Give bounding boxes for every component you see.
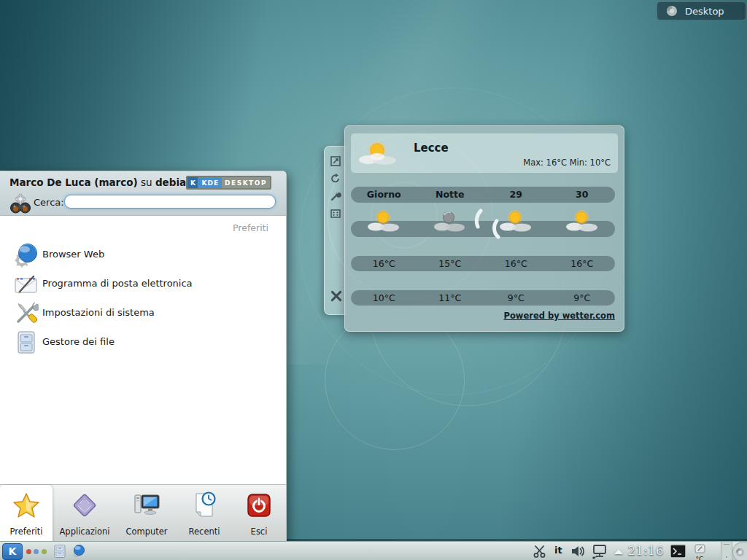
kickoff-tab-bar: Preferiti Applicazioni Computer (0, 484, 286, 542)
favorites-section-label: Preferiti (233, 222, 268, 233)
night-temp: 9°C (483, 290, 549, 306)
sun-cloud-icon (499, 209, 533, 234)
night-temp: 10°C (351, 290, 417, 306)
keyboard-layout-indicator[interactable]: it (554, 545, 562, 556)
search-row: Cerca: (0, 192, 286, 215)
weather-city: Lecce (414, 141, 449, 155)
tab-esci[interactable]: Esci (232, 485, 286, 542)
recent-documents-icon (190, 491, 218, 519)
panel-cashew[interactable] (732, 542, 747, 560)
favorite-item-system-settings[interactable]: Impostazioni di sistema (0, 299, 286, 328)
quicklaunch-dot-green[interactable] (42, 549, 47, 554)
tab-label: Recenti (177, 526, 232, 537)
file-cabinet-icon (14, 330, 39, 355)
plasma-cashew-icon (735, 548, 745, 557)
rotate-icon[interactable] (330, 173, 341, 184)
web-browser-icon[interactable] (71, 544, 86, 559)
tab-label: Esci (232, 526, 286, 537)
power-logout-icon (245, 491, 273, 519)
quicklaunch-dot-red[interactable] (26, 549, 31, 554)
user-name: Marco De Luca (marco) (9, 176, 138, 188)
night-temp: 11°C (417, 290, 484, 306)
favorite-item-browser[interactable]: Browser Web (0, 241, 286, 270)
system-settings-tools-icon (14, 301, 39, 326)
weather-column-header: Giorno (351, 187, 417, 203)
favorite-label: Impostazioni di sistema (42, 307, 155, 318)
desktop-toolbox[interactable]: Desktop (657, 1, 746, 20)
systray-expander-arrow[interactable] (614, 549, 623, 554)
kde-desktop-badge: K KDE DESKTOP (186, 176, 271, 190)
kickoff-menu: Marco De Luca (marco) su debian K KDE DE… (0, 171, 287, 542)
day-temp: 16°C (549, 256, 616, 271)
desktop-toolbox-label: Desktop (685, 6, 724, 17)
plasma-cashew-icon (666, 5, 678, 17)
tab-computer[interactable]: Computer (117, 485, 177, 542)
favorite-item-email[interactable]: Programma di posta elettronica (0, 270, 286, 299)
weather-header-band: Lecce Max: 16°C Min: 10°C (351, 133, 618, 173)
search-input[interactable] (64, 195, 276, 209)
day-temp: 16°C (483, 256, 549, 271)
kickoff-favorites-panel: Preferiti Browser Web Programma di po (0, 216, 286, 484)
day-temp: 15°C (417, 256, 484, 271)
sun-cloud-icon (367, 209, 400, 234)
sun-cloud-icon (565, 209, 599, 234)
tab-label: Preferiti (0, 526, 53, 537)
panel-spacer-widget[interactable] (721, 542, 732, 560)
desktop-badge-text: DESKTOP (222, 177, 270, 188)
klipper-scissors-icon[interactable] (533, 545, 546, 558)
kickoff-header: Marco De Luca (marco) su debian K KDE DE… (0, 171, 286, 216)
weather-widget: Lecce Max: 16°C Min: 10°C Giorno Notte 2… (344, 125, 624, 332)
kde-logo-icon: K (187, 177, 198, 188)
terminal-icon[interactable] (670, 544, 686, 559)
temperature-icon (694, 544, 705, 553)
email-icon (14, 272, 39, 297)
kde-menu-button[interactable]: K (2, 543, 23, 560)
weather-columns-row: Giorno Notte 29 30 (351, 187, 615, 203)
weather-tray-icon[interactable]: °C (692, 542, 707, 560)
tab-label: Applicazioni (53, 526, 117, 537)
weather-credit-link[interactable]: Powered by wetter.com (503, 311, 615, 321)
weather-night-temps-row: 10°C 11°C 9°C 9°C (351, 290, 615, 306)
sun-cloud-icon (358, 139, 400, 168)
weather-column-header: 30 (549, 187, 616, 203)
weather-tray-label: °C (692, 556, 707, 560)
web-browser-globe-icon (14, 243, 39, 268)
binoculars-search-icon (9, 192, 32, 214)
moon-cloud-icon (433, 209, 467, 234)
weather-day-temps-row: 16°C 15°C 16°C 16°C (351, 256, 615, 271)
kde-badge-text: KDE (198, 177, 222, 188)
tab-applicazioni[interactable]: Applicazioni (53, 485, 117, 542)
tab-recenti[interactable]: Recenti (177, 485, 232, 542)
settings-grid-icon[interactable] (330, 208, 341, 219)
tab-preferiti[interactable]: Preferiti (0, 485, 53, 542)
weather-column-header: 29 (483, 187, 549, 203)
tab-label: Computer (117, 526, 177, 537)
digital-clock[interactable]: 21:16 (624, 543, 667, 558)
kickoff-user-title: Marco De Luca (marco) su debian (9, 176, 193, 188)
configure-wrench-icon[interactable] (330, 190, 341, 202)
resize-icon[interactable] (330, 155, 341, 167)
widget-handle (324, 146, 347, 315)
volume-icon[interactable] (570, 545, 587, 558)
favorite-label: Browser Web (42, 249, 104, 260)
favorite-label: Programma di posta elettronica (42, 278, 193, 289)
title-connector: su (138, 176, 155, 188)
favorite-label: Gestore dei file (42, 336, 115, 347)
file-manager-icon[interactable] (53, 544, 67, 559)
search-label: Cerca: (34, 197, 64, 208)
computer-icon (133, 491, 160, 519)
night-temp: 9°C (549, 290, 616, 306)
applications-diamond-icon (71, 491, 98, 519)
bottom-panel: K it 21:16 (0, 541, 747, 560)
weather-max-min: Max: 16°C Min: 10°C (523, 158, 611, 168)
close-icon[interactable] (330, 289, 343, 303)
star-icon (12, 491, 40, 519)
favorite-item-file-manager[interactable]: Gestore dei file (0, 328, 286, 357)
day-temp: 16°C (351, 256, 417, 271)
weather-icons-row (351, 206, 615, 237)
desktop-root: { "desktop": { "toolbox_label": "Desktop… (0, 0, 747, 560)
quicklaunch-dot-blue[interactable] (34, 549, 39, 554)
network-monitor-icon[interactable] (591, 544, 608, 559)
weather-column-header: Notte (417, 187, 484, 203)
